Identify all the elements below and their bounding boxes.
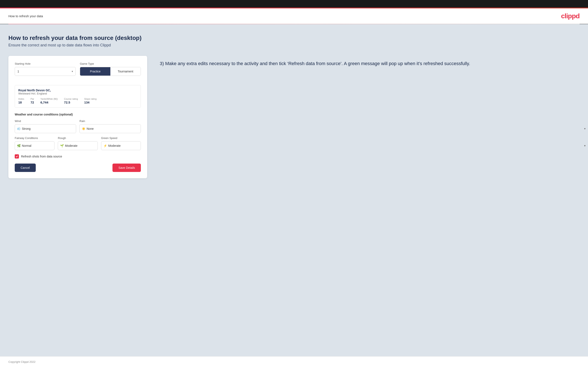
side-description: 3) Make any extra edits necessary to the… — [160, 56, 579, 67]
fairway-icon: 🌿 — [17, 144, 21, 147]
wind-rain-row: Wind 💨 NoneLightModerateStrong ▾ Rain ☀️ — [15, 119, 141, 133]
side-note-text: 3) Make any extra edits necessary to the… — [160, 60, 579, 67]
content-area: Starting Hole 12310 ▾ Game Type Practice… — [9, 56, 579, 178]
save-button[interactable]: Save Details — [112, 164, 141, 172]
page-footer: Copyright Clippd 2022 — [0, 356, 588, 367]
practice-button[interactable]: Practice — [80, 67, 110, 75]
main-content: How to refresh your data from source (de… — [0, 24, 588, 356]
fairway-select[interactable]: SoftNormalFirmVery Firm — [22, 144, 52, 147]
wind-select-wrapper[interactable]: 💨 NoneLightModerateStrong ▾ — [15, 124, 76, 133]
conditions-bottom-row: Fairway Conditions 🌿 SoftNormalFirmVery … — [15, 136, 141, 150]
rain-icon: ☀️ — [82, 127, 85, 130]
rough-select-wrapper[interactable]: 🌱 LightModerateHeavy ▾ — [58, 141, 97, 150]
page-header: How to refresh your data clippd — [0, 8, 588, 24]
tournament-button[interactable]: Tournament — [110, 67, 141, 75]
green-speed-select-wrapper[interactable]: ⚡ SlowModerateFastVery Fast ▾ — [101, 141, 141, 150]
holes-label: Holes — [18, 98, 24, 100]
form-card: Starting Hole 12310 ▾ Game Type Practice… — [9, 56, 147, 178]
starting-hole-select-wrapper[interactable]: 12310 ▾ — [15, 67, 76, 76]
holes-value: 18 — [18, 100, 24, 104]
rough-arrow-icon: ▾ — [584, 144, 586, 147]
holes-stat: Holes 18 — [18, 98, 24, 104]
slope-rating-label: Slope rating — [84, 98, 97, 100]
course-name: Royal North Devon GC, — [18, 89, 137, 92]
par-label: Par — [30, 98, 34, 100]
par-value: 72 — [30, 100, 34, 104]
page-title: How to refresh your data from source (de… — [9, 35, 579, 41]
fairway-arrow-icon: ▾ — [584, 144, 586, 147]
fairway-select-wrapper[interactable]: 🌿 SoftNormalFirmVery Firm ▾ — [15, 141, 54, 150]
copyright-text: Copyright Clippd 2022 — [9, 360, 35, 363]
par-stat: Par 72 — [30, 98, 34, 104]
fairway-field: Fairway Conditions 🌿 SoftNormalFirmVery … — [15, 136, 54, 150]
course-location: Westward Ho!, England — [18, 92, 137, 95]
conditions-section-title: Weather and course conditions (optional) — [15, 113, 141, 116]
green-speed-field: Green Speed ⚡ SlowModerateFastVery Fast … — [101, 136, 141, 150]
green-speed-icon: ⚡ — [104, 144, 107, 147]
game-type-toggle: Practice Tournament — [80, 67, 141, 76]
rough-label: Rough — [58, 136, 97, 140]
rain-select[interactable]: NoneLightModerateHeavy — [86, 127, 138, 130]
course-rating-value: 72.5 — [64, 100, 78, 104]
slope-rating-value: 134 — [84, 100, 97, 104]
rough-icon: 🌱 — [60, 144, 64, 147]
green-speed-label: Green Speed — [101, 136, 141, 140]
rain-field: Rain ☀️ NoneLightModerateHeavy ▾ — [79, 119, 141, 133]
starting-hole-game-type-row: Starting Hole 12310 ▾ Game Type Practice… — [15, 62, 141, 81]
wind-field: Wind 💨 NoneLightModerateStrong ▾ — [15, 119, 76, 133]
green-speed-arrow-icon: ▾ — [584, 144, 586, 147]
rough-select[interactable]: LightModerateHeavy — [65, 144, 95, 147]
course-rating-label: Course rating — [64, 98, 78, 100]
refresh-checkbox[interactable] — [15, 154, 19, 158]
refresh-checkbox-row: Refresh shots from data source — [15, 154, 141, 158]
course-stats: Holes 18 Par 72 Yards/White (M)) 6,744 C… — [18, 98, 137, 104]
yards-label: Yards/White (M)) — [40, 98, 58, 100]
starting-hole-label: Starting Hole — [15, 62, 76, 65]
starting-hole-select[interactable]: 12310 — [17, 70, 73, 73]
course-info-box: Royal North Devon GC, Westward Ho!, Engl… — [15, 85, 141, 108]
wind-icon: 💨 — [17, 127, 21, 130]
fairway-label: Fairway Conditions — [15, 136, 54, 140]
starting-hole-field: Starting Hole 12310 ▾ — [15, 62, 76, 76]
wind-select[interactable]: NoneLightModerateStrong — [22, 127, 74, 130]
rain-select-wrapper[interactable]: ☀️ NoneLightModerateHeavy ▾ — [79, 124, 141, 133]
game-type-field: Game Type Practice Tournament — [80, 62, 141, 76]
course-rating-stat: Course rating 72.5 — [64, 98, 78, 104]
cancel-button[interactable]: Cancel — [15, 164, 36, 172]
slope-rating-stat: Slope rating 134 — [84, 98, 97, 104]
rain-arrow-icon: ▾ — [584, 127, 586, 130]
clippd-logo: clippd — [561, 12, 579, 20]
wind-label: Wind — [15, 119, 76, 123]
green-speed-select[interactable]: SlowModerateFastVery Fast — [108, 144, 138, 147]
wind-arrow-icon: ▾ — [584, 127, 586, 130]
refresh-checkbox-label: Refresh shots from data source — [21, 155, 62, 158]
action-buttons: Cancel Save Details — [15, 164, 141, 172]
rough-field: Rough 🌱 LightModerateHeavy ▾ — [58, 136, 97, 150]
page-breadcrumb: How to refresh your data — [9, 14, 43, 18]
page-subtitle: Ensure the correct and most up to date d… — [9, 43, 579, 47]
checkmark-icon — [16, 155, 18, 158]
game-type-label: Game Type — [80, 62, 141, 65]
rain-label: Rain — [79, 119, 141, 123]
yards-stat: Yards/White (M)) 6,744 — [40, 98, 58, 104]
yards-value: 6,744 — [40, 100, 58, 104]
